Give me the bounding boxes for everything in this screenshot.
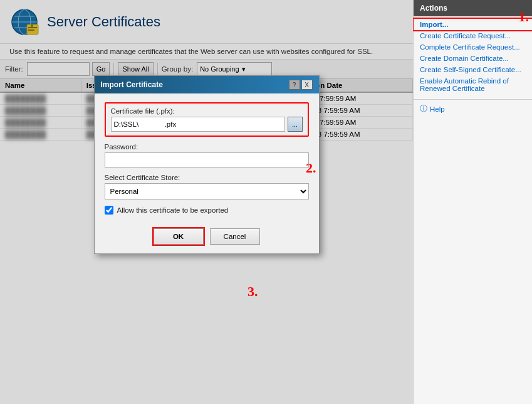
cert-file-group: Certificate file (.pfx): ... bbox=[105, 102, 309, 137]
sidebar-link-create-self-signed[interactable]: Create Self-Signed Certificate... bbox=[414, 64, 532, 75]
dialog-footer: OK Cancel bbox=[95, 223, 319, 253]
allow-export-checkbox[interactable] bbox=[105, 206, 113, 215]
allow-export-label: Allow this certificate to be exported bbox=[117, 206, 229, 214]
sidebar-link-complete-cert-req[interactable]: Complete Certificate Request... bbox=[414, 41, 532, 53]
store-label: Select Certificate Store: bbox=[105, 174, 309, 181]
sidebar-divider bbox=[414, 99, 532, 100]
password-input[interactable] bbox=[105, 152, 309, 167]
sidebar-help[interactable]: ⓘ Help bbox=[414, 102, 532, 115]
dialog-body: Certificate file (.pfx): ... Password: S… bbox=[95, 93, 319, 223]
cert-file-label: Certificate file (.pfx): bbox=[111, 107, 303, 115]
allow-export-row: Allow this certificate to be exported bbox=[105, 206, 309, 215]
sidebar-link-create-cert-req[interactable]: Create Certificate Request... bbox=[414, 30, 532, 41]
dialog-title: Import Certificate bbox=[101, 80, 163, 89]
cancel-button[interactable]: Cancel bbox=[210, 228, 260, 245]
sidebar-link-create-domain-cert[interactable]: Create Domain Certificate... bbox=[414, 53, 532, 64]
sidebar-link-enable-auto-rebind[interactable]: Enable Automatic Rebind of Renewed Certi… bbox=[414, 75, 532, 94]
help-label: Help bbox=[430, 105, 445, 113]
actions-sidebar: Actions Import...Create Certificate Requ… bbox=[413, 0, 532, 404]
dialog-help-button[interactable]: ? bbox=[289, 80, 300, 90]
password-group: Password: bbox=[105, 143, 309, 167]
store-group: Select Certificate Store: PersonalWeb Ho… bbox=[105, 174, 309, 199]
help-icon: ⓘ bbox=[420, 104, 427, 114]
dialog-title-buttons: ? X bbox=[289, 80, 313, 90]
browse-button[interactable]: ... bbox=[288, 117, 303, 132]
import-certificate-dialog: Import Certificate ? X Certificate file … bbox=[94, 75, 320, 254]
sidebar-title: Actions bbox=[414, 0, 532, 16]
sidebar-section: Import...Create Certificate Request...Co… bbox=[414, 16, 532, 97]
store-select[interactable]: PersonalWeb Hosting bbox=[105, 183, 309, 199]
cert-file-input[interactable] bbox=[111, 117, 285, 132]
dialog-close-button[interactable]: X bbox=[301, 80, 313, 90]
cert-file-row: ... bbox=[111, 117, 303, 132]
dialog-titlebar: Import Certificate ? X bbox=[95, 76, 319, 93]
password-label: Password: bbox=[105, 143, 309, 151]
modal-overlay: Import Certificate ? X Certificate file … bbox=[0, 0, 413, 404]
ok-button[interactable]: OK bbox=[154, 228, 204, 245]
sidebar-link-import[interactable]: Import... bbox=[414, 19, 532, 30]
